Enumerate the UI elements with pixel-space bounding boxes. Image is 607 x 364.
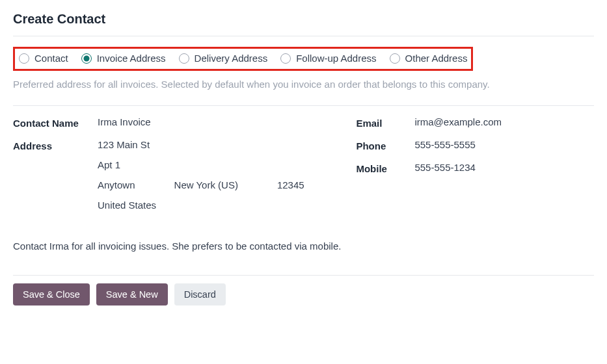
save-close-button[interactable]: Save & Close xyxy=(13,283,90,306)
divider xyxy=(13,105,594,106)
radio-circle-icon xyxy=(19,53,29,64)
form-column-right: Email irma@example.com Phone 555-555-555… xyxy=(356,116,594,230)
form-area: Contact Name Irma Invoice Address 123 Ma… xyxy=(13,116,594,230)
contact-name-field[interactable]: Irma Invoice xyxy=(98,116,151,127)
contact-name-row: Contact Name Irma Invoice xyxy=(13,116,330,129)
radio-delivery-address[interactable]: Delivery Address xyxy=(179,53,268,64)
street1-field[interactable]: 123 Main St xyxy=(98,139,150,150)
email-label: Email xyxy=(356,116,414,129)
address-type-helper-text: Preferred address for all invoices. Sele… xyxy=(13,79,594,90)
save-new-button[interactable]: Save & New xyxy=(96,283,168,306)
address-label: Address xyxy=(13,139,98,151)
radio-followup-address[interactable]: Follow-up Address xyxy=(280,53,376,64)
zip-field[interactable]: 12345 xyxy=(277,179,304,190)
notes-field[interactable]: Contact Irma for all invoicing issues. S… xyxy=(13,240,594,252)
mobile-label: Mobile xyxy=(356,162,414,174)
radio-circle-icon xyxy=(390,53,400,64)
radio-other-label: Other Address xyxy=(405,53,468,64)
radio-other-address[interactable]: Other Address xyxy=(390,53,468,64)
email-row: Email irma@example.com xyxy=(356,116,594,129)
contact-name-label: Contact Name xyxy=(13,116,98,129)
page-title: Create Contact xyxy=(13,12,594,27)
state-field[interactable]: New York (US) xyxy=(174,179,238,190)
phone-field[interactable]: 555-555-5555 xyxy=(414,139,475,150)
radio-contact[interactable]: Contact xyxy=(19,53,68,64)
email-field[interactable]: irma@example.com xyxy=(414,116,502,127)
radio-invoice-address[interactable]: Invoice Address xyxy=(81,53,166,64)
divider xyxy=(13,36,594,36)
form-column-left: Contact Name Irma Invoice Address 123 Ma… xyxy=(13,116,330,230)
mobile-row: Mobile 555-555-1234 xyxy=(356,162,594,174)
radio-delivery-label: Delivery Address xyxy=(195,53,268,64)
radio-contact-label: Contact xyxy=(34,53,68,64)
mobile-field[interactable]: 555-555-1234 xyxy=(414,162,475,173)
city-field[interactable]: Anytown xyxy=(98,179,135,190)
radio-followup-label: Follow-up Address xyxy=(296,53,376,64)
street2-field[interactable]: Apt 1 xyxy=(98,159,120,170)
radio-circle-icon xyxy=(179,53,189,64)
discard-button[interactable]: Discard xyxy=(174,283,226,306)
radio-invoice-label: Invoice Address xyxy=(97,53,166,64)
radio-circle-icon xyxy=(280,53,291,64)
country-field[interactable]: United States xyxy=(98,200,156,211)
phone-label: Phone xyxy=(356,139,414,151)
address-type-selector: Contact Invoice Address Delivery Address… xyxy=(13,47,473,71)
button-bar: Save & Close Save & New Discard xyxy=(13,276,594,306)
phone-row: Phone 555-555-5555 xyxy=(356,139,594,151)
radio-circle-icon xyxy=(81,53,92,64)
address-row: Address 123 Main St Apt 1 Anytown New Yo… xyxy=(13,139,330,220)
